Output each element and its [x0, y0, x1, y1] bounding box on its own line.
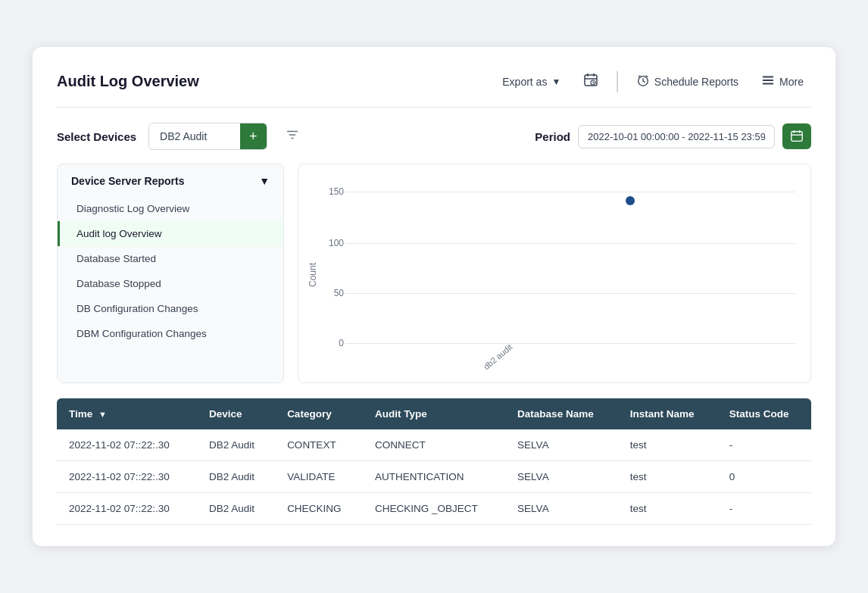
cell-instant-name-2: test: [618, 461, 717, 493]
grid-line-150: [345, 192, 795, 192]
cell-instant-name-1: test: [618, 429, 717, 461]
main-body: Device Server Reports ▼ Diagnostic Log O…: [57, 164, 811, 383]
chevron-down-icon: ▼: [551, 76, 560, 87]
table-row: 2022-11-02 07::22:.30 DB2 Audit CHECKING…: [57, 493, 811, 525]
col-device: Device: [197, 398, 275, 429]
chart-x-axis: db2 audit: [323, 364, 795, 373]
more-icon: [761, 73, 775, 89]
sidebar-item-db-started[interactable]: Database Started: [58, 246, 283, 271]
device-add-button[interactable]: +: [240, 123, 267, 149]
cell-category-3: CHECKING: [275, 493, 363, 525]
cell-status-code-1: -: [717, 429, 811, 461]
cell-audit-type-1: CONNECT: [363, 429, 505, 461]
period-section: Period: [535, 123, 811, 149]
sidebar-item-dbm-config[interactable]: DBM Configuration Changes: [58, 321, 283, 346]
chart-content: 150 100 50 0 db2 audit: [323, 176, 795, 373]
svg-rect-15: [792, 132, 802, 142]
chart-inner: Count 150 100 50 0: [306, 176, 795, 373]
more-label: More: [779, 76, 804, 88]
cell-time-2: 2022-11-02 07::22:.30: [57, 461, 197, 493]
col-category: Category: [275, 398, 363, 429]
sidebar: Device Server Reports ▼ Diagnostic Log O…: [57, 164, 284, 383]
col-db-name: Database Name: [505, 398, 618, 429]
cell-instant-name-3: test: [618, 493, 717, 525]
device-input[interactable]: [149, 125, 240, 148]
calendar-button[interactable]: [782, 123, 811, 149]
filter-button[interactable]: [279, 125, 305, 148]
table-row: 2022-11-02 07::22:.30 DB2 Audit VALIDATE…: [57, 461, 811, 493]
y-tick-50: 50: [323, 288, 344, 298]
table-row: 2022-11-02 07::22:.30 DB2 Audit CONTEXT …: [57, 429, 811, 461]
chart-grid: 150 100 50 0: [323, 176, 795, 361]
cell-status-code-3: -: [717, 493, 811, 525]
svg-rect-13: [763, 80, 773, 81]
cell-category-1: CONTEXT: [275, 429, 363, 461]
cell-db-name-3: SELVA: [505, 493, 618, 525]
cell-db-name-2: SELVA: [505, 461, 618, 493]
col-time: Time ▼: [57, 398, 197, 429]
main-card: Audit Log Overview Export as ▼: [33, 47, 835, 546]
cell-category-2: VALIDATE: [275, 461, 363, 493]
col-status-code: Status Code: [717, 398, 811, 429]
audit-table: Time ▼ Device Category Audit Type Databa…: [57, 398, 811, 525]
more-button[interactable]: More: [754, 69, 811, 94]
svg-line-9: [643, 81, 645, 83]
timer-icon: [583, 73, 598, 90]
export-button[interactable]: Export as ▼: [495, 71, 568, 92]
select-devices-label: Select Devices: [57, 130, 136, 143]
timer-icon-button[interactable]: [576, 68, 606, 95]
sidebar-item-diagnostic[interactable]: Diagnostic Log Overview: [58, 196, 283, 221]
svg-rect-14: [763, 83, 773, 85]
chevron-down-icon: ▼: [259, 175, 270, 187]
y-tick-100: 100: [323, 238, 344, 248]
sidebar-item-db-config[interactable]: DB Configuration Changes: [58, 296, 283, 321]
cell-time-1: 2022-11-02 07::22:.30: [57, 429, 197, 461]
sidebar-header[interactable]: Device Server Reports ▼: [58, 164, 283, 196]
col-instant-name: Instant Name: [618, 398, 717, 429]
grid-line-0: [345, 343, 795, 344]
cell-audit-type-3: CHECKING _OBJECT: [363, 493, 505, 525]
schedule-reports-label: Schedule Reports: [654, 76, 738, 88]
toolbar: Select Devices + Period: [57, 123, 811, 150]
grid-line-100: [345, 243, 795, 244]
y-tick-0: 0: [323, 338, 344, 348]
cell-audit-type-2: AUTHENTICATION: [363, 461, 505, 493]
cell-time-3: 2022-11-02 07::22:.30: [57, 493, 197, 525]
sidebar-header-label: Device Server Reports: [71, 175, 184, 187]
period-input[interactable]: [578, 125, 775, 148]
device-selector: +: [148, 123, 267, 150]
cell-device-2: DB2 Audit: [197, 461, 275, 493]
svg-line-6: [593, 83, 594, 83]
col-audit-type: Audit Type: [363, 398, 505, 429]
schedule-reports-button[interactable]: Schedule Reports: [629, 69, 746, 94]
period-label: Period: [535, 130, 570, 143]
sidebar-item-audit[interactable]: Audit log Overview: [58, 221, 283, 246]
grid-line-50: [345, 293, 795, 294]
header-actions: Export as ▼: [495, 68, 811, 95]
sidebar-item-db-stopped[interactable]: Database Stopped: [58, 271, 283, 296]
sort-icon-time[interactable]: ▼: [98, 410, 107, 419]
table-section: Time ▼ Device Category Audit Type Databa…: [57, 398, 811, 525]
divider: [617, 71, 618, 92]
cell-device-1: DB2 Audit: [197, 429, 275, 461]
alarm-icon: [636, 73, 650, 89]
y-tick-150: 150: [323, 186, 344, 197]
table-header-row: Time ▼ Device Category Audit Type Databa…: [57, 398, 811, 429]
chart-y-label: Count: [306, 176, 320, 373]
page-header: Audit Log Overview Export as ▼: [57, 68, 811, 108]
chart-area: Count 150 100 50 0: [298, 164, 811, 383]
svg-rect-12: [763, 76, 773, 78]
export-label: Export as: [502, 76, 547, 88]
cell-device-3: DB2 Audit: [197, 493, 275, 525]
page-title: Audit Log Overview: [57, 73, 199, 90]
data-point: [626, 196, 635, 205]
cell-status-code-2: 0: [717, 461, 811, 493]
cell-db-name-1: SELVA: [505, 429, 618, 461]
